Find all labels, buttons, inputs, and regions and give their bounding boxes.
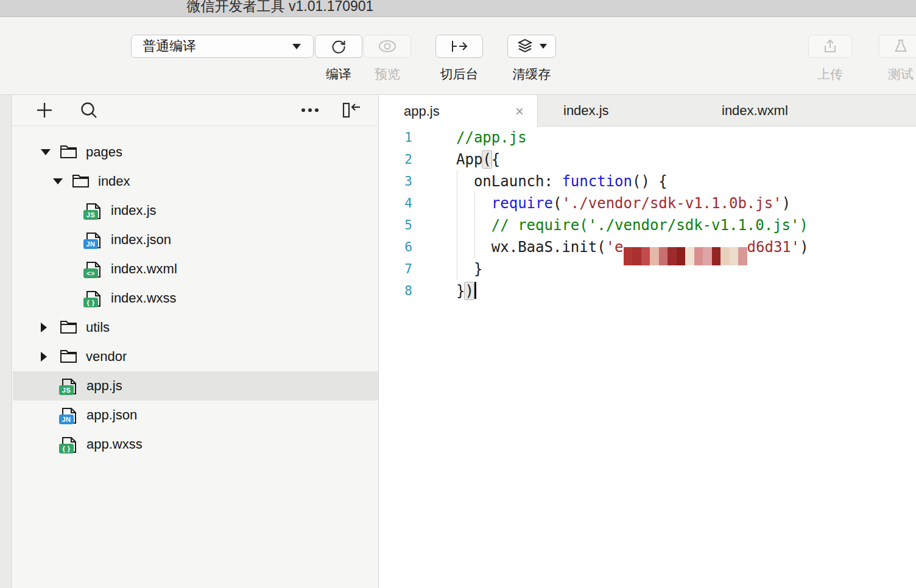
code-line-3[interactable]: 3 onLaunch: function() { xyxy=(379,170,916,192)
caret-right-icon[interactable] xyxy=(41,323,49,332)
tree-file-index-wxss[interactable]: { }index.wxss xyxy=(13,284,378,313)
wxml-file-icon: <> xyxy=(85,261,102,278)
editor-tab-bar: app.js×index.jsindex.wxml xyxy=(379,95,916,127)
line-number: 8 xyxy=(379,280,412,302)
code-text: // require('./vendor/sdk-v1.1.0.js') xyxy=(456,214,808,236)
code-segment-plain: } xyxy=(456,261,482,278)
layers-icon xyxy=(517,38,535,55)
tree-item-label: index.wxss xyxy=(111,290,177,306)
test-button[interactable] xyxy=(879,35,916,58)
code-text: require('./vendor/sdk-v1.1.0b.js') xyxy=(456,192,791,214)
folder-icon xyxy=(60,348,77,366)
tree-file-app-wxss[interactable]: { }app.wxss xyxy=(13,430,378,459)
tree-folder-utils[interactable]: utils xyxy=(13,313,378,342)
code-segment-plain: } xyxy=(456,282,465,299)
upload-button[interactable] xyxy=(808,35,852,58)
caret-right-icon[interactable] xyxy=(41,352,49,362)
code-segment-hl: ( xyxy=(482,151,491,168)
switch-background-label: 切后台 xyxy=(435,66,483,83)
tree-item-label: index xyxy=(98,173,130,189)
flask-icon xyxy=(893,38,909,54)
tree-file-index-js[interactable]: JSindex.js xyxy=(13,196,378,225)
code-segment-comment: // require('./vendor/sdk-v1.1.0.js') xyxy=(456,217,808,234)
tree-file-index-wxml[interactable]: <>index.wxml xyxy=(13,254,378,284)
caret-down-icon[interactable] xyxy=(41,149,49,155)
tab-label: index.wxml xyxy=(722,103,788,119)
text-cursor xyxy=(474,282,476,299)
folder-icon xyxy=(72,173,90,191)
tree-folder-index[interactable]: index xyxy=(13,167,378,196)
code-segment-plain: onLaunch: xyxy=(456,173,562,190)
code-line-6[interactable]: 6 wx.BaaS.init('ed6d31') xyxy=(379,236,916,258)
code-line-8[interactable]: 8}) xyxy=(379,280,916,302)
tab-index-js[interactable]: index.js xyxy=(538,95,696,127)
line-number: 7 xyxy=(379,258,412,280)
tree-item-label: index.json xyxy=(111,232,171,248)
tree-file-app-js[interactable]: JSapp.js xyxy=(13,371,378,401)
chevron-down-icon xyxy=(292,44,301,49)
compile-button[interactable] xyxy=(315,35,362,58)
code-segment-kw: require xyxy=(491,195,553,212)
test-label: 测试 xyxy=(879,66,916,83)
json-file-icon: JN xyxy=(85,231,102,249)
tree-item-label: vendor xyxy=(86,349,127,365)
line-number: 3 xyxy=(379,170,412,192)
code-segment-plain: { xyxy=(491,151,500,168)
code-segment-plain: () { xyxy=(632,173,668,190)
code-text: App({ xyxy=(456,149,500,170)
code-line-4[interactable]: 4 require('./vendor/sdk-v1.1.0b.js') xyxy=(379,192,916,214)
code-segment-plain: ) xyxy=(800,239,808,256)
compile-label: 编译 xyxy=(315,66,362,83)
clear-cache-button[interactable] xyxy=(507,35,556,58)
main-area: pages index JSindex.js JNindex.json <>in… xyxy=(0,95,916,588)
tab-app-js[interactable]: app.js× xyxy=(379,95,538,127)
line-number: 6 xyxy=(379,236,412,258)
tree-folder-vendor[interactable]: vendor xyxy=(13,342,378,371)
refresh-icon xyxy=(331,38,347,54)
line-number: 5 xyxy=(379,214,412,236)
tree-folder-pages[interactable]: pages xyxy=(13,138,378,167)
code-line-5[interactable]: 5 // require('./vendor/sdk-v1.1.0.js') xyxy=(379,214,916,236)
tree-item-label: pages xyxy=(86,144,122,160)
code-segment-plain: wx.BaaS.init( xyxy=(456,239,606,256)
caret-down-icon[interactable] xyxy=(53,178,62,184)
code-segment-str: d6d31' xyxy=(747,239,800,256)
tree-file-app-json[interactable]: JNapp.json xyxy=(13,401,378,430)
code-segment-plain: ( xyxy=(553,195,562,212)
add-file-icon[interactable] xyxy=(36,102,53,119)
code-segment-str: './vendor/sdk-v1.1.0b.js' xyxy=(562,195,781,212)
tab-label: app.js xyxy=(404,103,440,119)
collapse-panel-icon[interactable] xyxy=(342,102,361,119)
search-icon[interactable] xyxy=(80,101,98,119)
upload-icon xyxy=(822,38,838,54)
folder-icon xyxy=(60,319,77,337)
preview-button[interactable] xyxy=(364,35,411,58)
wxss-file-icon: { } xyxy=(85,290,102,307)
switch-background-button[interactable] xyxy=(435,35,483,58)
code-segment-str: 'e xyxy=(606,239,624,256)
code-segment-plain: ) xyxy=(782,195,791,212)
title-bar: 微信开发者工具 v1.01.170901 xyxy=(0,0,916,17)
json-file-icon: JN xyxy=(60,407,78,424)
sidebar-header xyxy=(13,95,378,126)
tree-item-label: app.js xyxy=(86,378,122,394)
tree-item-label: index.js xyxy=(111,203,157,219)
code-line-1[interactable]: 1//app.js xyxy=(379,127,916,149)
compile-mode-dropdown[interactable]: 普通编译 xyxy=(131,35,314,58)
code-editor[interactable]: 1//app.js2App({3 onLaunch: function() {4… xyxy=(379,127,916,587)
close-icon[interactable]: × xyxy=(515,104,524,119)
line-number: 1 xyxy=(379,127,412,149)
code-segment-kw: function xyxy=(562,173,632,190)
code-line-2[interactable]: 2App({ xyxy=(379,149,916,170)
code-segment-plain xyxy=(456,195,491,212)
tree-item-label: index.wxml xyxy=(111,261,177,277)
editor: app.js×index.jsindex.wxml 1//app.js2App(… xyxy=(379,95,916,588)
upload-label: 上传 xyxy=(808,66,852,83)
line-number: 2 xyxy=(379,149,412,170)
more-icon[interactable] xyxy=(300,107,320,113)
tab-index-wxml[interactable]: index.wxml xyxy=(696,95,854,127)
line-number: 4 xyxy=(379,192,412,214)
tree-file-index-json[interactable]: JNindex.json xyxy=(13,225,378,254)
code-line-7[interactable]: 7 } xyxy=(379,258,916,280)
window-title: 微信开发者工具 v1.01.170901 xyxy=(187,0,374,16)
